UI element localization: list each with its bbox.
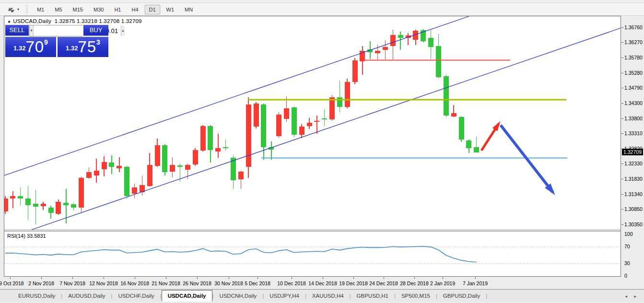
- rsi-axis-label: 100: [624, 231, 633, 237]
- buy-price-button[interactable]: 1.32753: [58, 37, 108, 57]
- price-axis-tick: [621, 179, 623, 179]
- bullish-arrow: [481, 124, 499, 151]
- ohlc-values: 1.32875 1.33218 1.32708 1.32709: [55, 18, 142, 24]
- date-axis-tick: [323, 277, 323, 279]
- timeframe-button-m5[interactable]: M5: [50, 5, 66, 14]
- bearish-arrow: [501, 125, 553, 192]
- date-axis-tick: [475, 277, 476, 279]
- chart-tab-usdchf[interactable]: USDCHF,Daily: [112, 291, 160, 301]
- volume-decrease-button[interactable]: ▼: [30, 25, 34, 36]
- timeframe-button-w1[interactable]: W1: [162, 5, 179, 14]
- volume-increase-button[interactable]: ▲: [121, 25, 125, 36]
- chart-tab-usdjpy[interactable]: USDJPY,H4: [264, 291, 305, 301]
- price-axis-label: 1.34790: [624, 85, 643, 91]
- date-axis-tick: [353, 277, 354, 279]
- date-axis-tick: [104, 277, 104, 279]
- rsi-indicator-label: RSI(14) 33.5831: [7, 233, 46, 239]
- chart-window: ▲USDCAD,Daily 1.32875 1.33218 1.32708 1.…: [4, 16, 621, 277]
- price-axis-tick: [621, 163, 623, 164]
- date-axis-tick: [443, 277, 443, 279]
- date-axis-label: 2 Jan 2019: [430, 280, 455, 286]
- chart-title: ▲USDCAD,Daily 1.32875 1.33218 1.32708 1.…: [7, 18, 142, 24]
- timeframe-buttons: M1M5M15M30H1H4D1W1MN: [32, 5, 198, 14]
- price-axis-tick: [621, 58, 623, 58]
- price-axis-label: 1.34300: [624, 100, 643, 106]
- price-axis-label: 1.32330: [624, 161, 643, 166]
- price-pane: ▲USDCAD,Daily 1.32875 1.33218 1.32708 1.…: [4, 16, 621, 230]
- timeframe-button-m1[interactable]: M1: [33, 5, 48, 14]
- date-axis-label: 21 Nov 2018: [152, 280, 180, 286]
- timeframe-button-h1[interactable]: H1: [110, 5, 125, 14]
- price-axis-label: 1.31340: [624, 191, 643, 197]
- current-price-tag: 1.32709: [622, 149, 643, 155]
- dual-arrows-icon: [7, 6, 15, 13]
- one-click-trading-panel: SELL ▼ ▲ BUY 1.32709 1.32753: [5, 25, 110, 58]
- chart-tab-gbpusd[interactable]: GBPUSD,H1: [351, 291, 394, 301]
- price-axis: 1.367601.362701.357801.352801.347901.343…: [621, 16, 644, 288]
- tab-separator: |: [486, 293, 487, 301]
- date-axis-label: 28 Dec 2018: [400, 280, 429, 286]
- trend-channel-line: [32, 28, 621, 230]
- date-axis-label: 19 Dec 2018: [339, 280, 368, 286]
- timeframe-button-d1[interactable]: D1: [145, 5, 160, 14]
- price-axis-tick: [621, 224, 623, 225]
- date-axis-tick: [135, 277, 135, 279]
- mt4-window: ▾ M1M5M15M30H1H4D1W1MN ▲USDCAD,Daily 1.3…: [0, 0, 644, 303]
- chart-tab-eurusd[interactable]: EURUSD,Daily: [12, 291, 61, 301]
- sell-price-button[interactable]: 1.32709: [5, 37, 56, 57]
- chart-shift-button[interactable]: ▾: [5, 5, 21, 14]
- price-axis-label: 1.30350: [624, 221, 643, 227]
- chart-tab-xauusd[interactable]: XAUUSD,H4: [306, 291, 350, 301]
- price-axis-tick: [621, 194, 623, 195]
- symbol-marker-icon: ▲: [7, 19, 11, 23]
- sell-button[interactable]: SELL: [5, 25, 29, 36]
- date-axis-tick: [197, 277, 198, 279]
- timeframe-button-mn[interactable]: MN: [180, 5, 197, 14]
- date-axis-label: 16 Nov 2018: [120, 280, 149, 286]
- date-axis-label: 7 Jan 2019: [463, 280, 488, 286]
- sell-price-prefix: 1.32: [13, 45, 25, 52]
- buy-price-prefix: 1.32: [66, 45, 78, 52]
- chart-tab-usdcad[interactable]: USDCAD,Daily: [162, 290, 212, 302]
- date-axis-tick: [384, 277, 384, 279]
- chart-tab-sp500[interactable]: SP500,M15: [396, 291, 436, 301]
- price-axis-label: 1.31830: [624, 176, 643, 182]
- price-axis-label: 1.33800: [624, 116, 643, 121]
- price-axis-label: 1.35280: [624, 70, 643, 76]
- price-axis-label: 1.36270: [624, 39, 643, 45]
- price-axis-tick: [621, 103, 623, 104]
- chart-tab-audusd[interactable]: AUDUSD,Daily: [62, 291, 111, 301]
- price-axis-tick: [621, 133, 623, 134]
- date-axis-label: 7 Nov 2018: [59, 280, 85, 286]
- price-axis-tick: [621, 27, 623, 28]
- upper-toolbar-edge: [0, 0, 644, 3]
- price-axis-label: 1.33310: [624, 130, 643, 136]
- price-axis-tick: [621, 88, 623, 88]
- price-axis-tick: [621, 209, 623, 210]
- rsi-axis-label: 70: [624, 244, 630, 249]
- toolbar-grip[interactable]: [26, 5, 28, 14]
- date-axis-label: 10 Dec 2018: [277, 280, 306, 286]
- date-axis-label: 24 Dec 2018: [369, 280, 398, 286]
- date-axis-tick: [229, 277, 229, 279]
- date-axis-tick: [258, 277, 258, 279]
- price-axis-tick: [621, 118, 623, 119]
- rsi-axis-label: 30: [624, 260, 630, 266]
- timeframe-button-m30[interactable]: M30: [89, 5, 108, 14]
- date-axis-tick: [414, 277, 415, 279]
- sell-price-main: 70: [25, 38, 44, 56]
- date-axis: 29 Oct 20182 Nov 20187 Nov 201812 Nov 20…: [4, 277, 621, 289]
- buy-button[interactable]: BUY: [83, 25, 108, 36]
- buy-price-pip: 3: [96, 38, 100, 46]
- price-axis-label: 1.36760: [624, 24, 643, 30]
- buy-price-main: 75: [78, 38, 96, 56]
- chart-tab-bar: EURUSD,Daily|AUDUSD,Daily|USDCHF,Daily|U…: [0, 289, 644, 301]
- sell-price-pip: 9: [44, 38, 48, 46]
- chart-tab-usdcnh[interactable]: USDCNH,Daily: [213, 291, 262, 301]
- timeframe-button-m15[interactable]: M15: [69, 5, 87, 14]
- tab-scroll-arrows[interactable]: ◂ ▸: [625, 294, 639, 301]
- price-axis-tick: [621, 73, 623, 73]
- timeframe-button-h4[interactable]: H4: [127, 5, 142, 14]
- rsi-line: [5, 246, 477, 262]
- chart-tab-gbpusd[interactable]: GBPUSD,Daily: [437, 291, 486, 301]
